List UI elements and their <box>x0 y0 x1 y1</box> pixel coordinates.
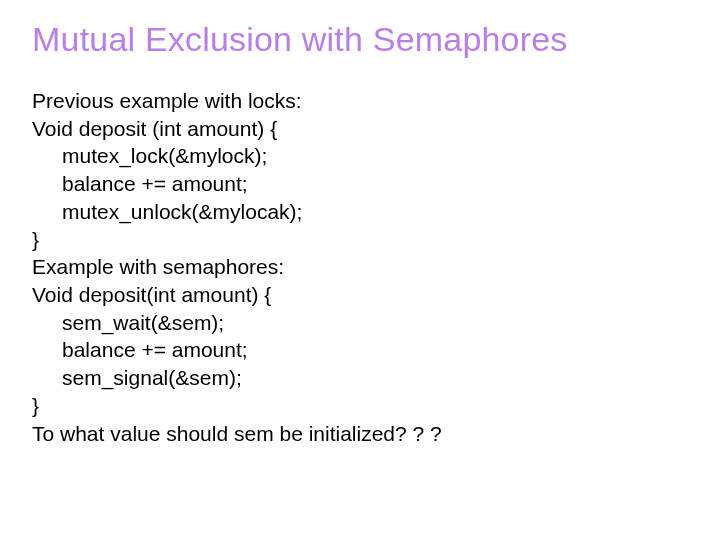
slide: Mutual Exclusion with Semaphores Previou… <box>0 0 720 540</box>
slide-title: Mutual Exclusion with Semaphores <box>32 20 688 59</box>
body-line: balance += amount; <box>32 336 688 364</box>
body-line: mutex_lock(&mylock); <box>32 142 688 170</box>
body-line: Void deposit (int amount) { <box>32 115 688 143</box>
body-line: Example with semaphores: <box>32 253 688 281</box>
body-line: To what value should sem be initialized?… <box>32 420 688 448</box>
body-line: sem_wait(&sem); <box>32 309 688 337</box>
body-line: sem_signal(&sem); <box>32 364 688 392</box>
body-line: Void deposit(int amount) { <box>32 281 688 309</box>
body-line: } <box>32 226 688 254</box>
body-line: Previous example with locks: <box>32 87 688 115</box>
body-line: balance += amount; <box>32 170 688 198</box>
body-line: mutex_unlock(&mylocak); <box>32 198 688 226</box>
slide-body: Previous example with locks: Void deposi… <box>32 87 688 447</box>
body-line: } <box>32 392 688 420</box>
